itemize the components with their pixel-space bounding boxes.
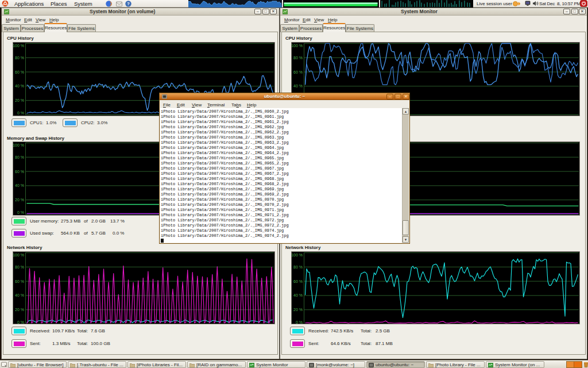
- svg-text:20 %: 20 %: [15, 198, 24, 202]
- svg-text:60 %: 60 %: [15, 170, 24, 174]
- svg-text:100 %: 100 %: [13, 253, 24, 257]
- svg-text:100 %: 100 %: [13, 44, 24, 48]
- svg-text:20 %: 20 %: [293, 308, 303, 312]
- svg-text:20 %: 20 %: [15, 308, 24, 312]
- svg-text:80 %: 80 %: [15, 265, 24, 269]
- svg-text:0 %: 0 %: [17, 320, 24, 324]
- svg-text:60 %: 60 %: [15, 279, 24, 283]
- svg-text:80 %: 80 %: [15, 155, 24, 159]
- svg-text:60 %: 60 %: [15, 70, 24, 74]
- svg-text:100 %: 100 %: [291, 44, 303, 48]
- svg-text:?: ?: [127, 1, 130, 6]
- svg-text:60 %: 60 %: [293, 70, 303, 74]
- svg-text:100 %: 100 %: [13, 143, 24, 147]
- svg-text:40 %: 40 %: [15, 293, 24, 297]
- svg-text:80 %: 80 %: [293, 265, 303, 269]
- svg-text:40 %: 40 %: [15, 84, 24, 88]
- svg-text:0 %: 0 %: [17, 210, 24, 214]
- svg-text:40 %: 40 %: [293, 84, 303, 88]
- svg-text:40 %: 40 %: [293, 293, 303, 297]
- svg-text:100 %: 100 %: [291, 253, 303, 257]
- svg-text:40 %: 40 %: [15, 183, 24, 187]
- svg-text:20 %: 20 %: [15, 98, 24, 102]
- svg-text:0 %: 0 %: [296, 320, 303, 324]
- svg-text:80 %: 80 %: [293, 56, 303, 60]
- svg-text:60 %: 60 %: [293, 279, 303, 283]
- svg-text:0 %: 0 %: [17, 111, 24, 115]
- svg-text:80 %: 80 %: [15, 56, 24, 60]
